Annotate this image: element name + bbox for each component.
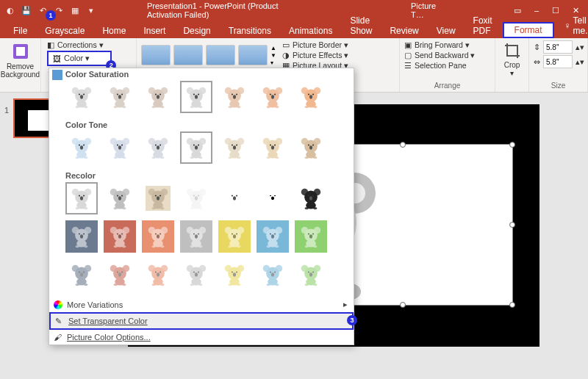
tab-foxit[interactable]: Foxit PDF [466, 13, 500, 38]
tone-swatch[interactable] [218, 131, 251, 164]
recolor-swatch[interactable] [104, 220, 136, 253]
tone-swatch[interactable] [65, 131, 98, 164]
tab-format[interactable]: Format [503, 22, 554, 38]
recolor-swatch[interactable] [295, 220, 327, 253]
recolor-swatch[interactable] [257, 182, 289, 214]
more-variations-item[interactable]: More Variations▸ [49, 297, 354, 312]
recolor-swatch[interactable] [218, 182, 251, 214]
contextual-title: Picture T… [411, 1, 441, 19]
saturation-swatch[interactable] [257, 81, 289, 113]
tab-animations[interactable]: Animations [282, 24, 340, 38]
recolor-swatch[interactable] [142, 220, 174, 253]
gallery-more-icon[interactable]: ▾ [270, 59, 276, 66]
recolor-swatch[interactable] [218, 220, 251, 253]
recolor-swatch[interactable] [257, 259, 289, 291]
tone-swatch[interactable] [295, 131, 327, 164]
qa-more-icon[interactable]: ▾ [85, 4, 97, 16]
tab-tellme[interactable]: ♀Tell me... [557, 13, 588, 38]
recolor-row-2 [49, 220, 354, 259]
svg-point-118 [236, 145, 237, 146]
section-recolor: Recolor [49, 170, 354, 182]
recolor-swatch[interactable] [180, 220, 212, 253]
tone-swatch[interactable] [104, 131, 136, 164]
style-thumb[interactable] [141, 45, 171, 65]
send-backward-button[interactable]: ▢Send Backward ▾ [404, 51, 475, 59]
recolor-swatch[interactable] [142, 182, 174, 214]
recolor-swatch[interactable] [65, 182, 98, 214]
svg-point-36 [155, 94, 157, 95]
svg-point-256 [267, 245, 270, 248]
recolor-swatch[interactable] [65, 259, 98, 291]
height-field[interactable]: ⇕▴▾ [534, 40, 584, 54]
tone-swatch[interactable] [180, 131, 212, 164]
svg-point-220 [114, 245, 118, 248]
tab-transitions[interactable]: Transitions [221, 24, 279, 38]
color-button[interactable]: 🖼 Color ▾ 2 [47, 51, 112, 66]
svg-point-153 [117, 195, 118, 197]
crop-button[interactable]: Crop ▾ [500, 40, 524, 79]
picture-styles-gallery[interactable]: ▲ ▼ ▾ [141, 45, 276, 66]
tab-insert[interactable]: Insert [136, 24, 173, 38]
recolor-swatch[interactable] [104, 259, 136, 291]
group-arrange-label: Arrange [434, 82, 461, 91]
tab-review[interactable]: Review [382, 24, 426, 38]
svg-point-311 [237, 284, 240, 286]
svg-point-208 [79, 234, 80, 235]
remove-background-button[interactable]: Remove Background [0, 40, 41, 80]
tab-design[interactable]: Design [176, 24, 218, 38]
set-transparent-color-item[interactable]: ✎ Set Transparent Color 3 [49, 312, 354, 330]
svg-point-227 [159, 234, 161, 235]
recolor-swatch[interactable] [142, 259, 174, 291]
saturation-swatch[interactable] [65, 81, 98, 113]
saturation-swatch[interactable] [295, 81, 327, 113]
recolor-swatch[interactable] [180, 259, 212, 291]
recolor-swatch[interactable] [257, 220, 289, 253]
step-1-badge: 1 [46, 10, 56, 21]
recolor-swatch[interactable] [295, 182, 327, 214]
recolor-swatch[interactable] [218, 259, 251, 291]
style-thumb[interactable] [173, 45, 203, 65]
tab-file[interactable]: File [6, 24, 35, 38]
recolor-swatch[interactable] [65, 220, 98, 253]
picture-effects-button[interactable]: ◑Picture Effects ▾ [282, 51, 348, 59]
svg-point-216 [118, 234, 121, 238]
saturation-swatch[interactable] [104, 81, 136, 113]
saturation-swatch[interactable] [180, 81, 212, 113]
style-thumb[interactable] [206, 45, 235, 65]
saturation-swatch[interactable] [142, 81, 174, 113]
tab-grayscale[interactable]: Grayscale [37, 24, 92, 38]
gallery-up-icon[interactable]: ▲ [270, 45, 276, 51]
saturation-swatch[interactable] [218, 81, 251, 113]
svg-point-136 [312, 145, 314, 146]
tone-swatch[interactable] [257, 131, 289, 164]
recolor-swatch[interactable] [180, 182, 212, 214]
svg-point-203 [313, 207, 317, 209]
style-thumb[interactable] [238, 45, 268, 65]
save-icon[interactable]: 💾 [21, 4, 32, 16]
svg-point-54 [232, 94, 233, 95]
recolor-swatch[interactable] [104, 182, 136, 214]
svg-point-26 [118, 95, 121, 98]
svg-point-143 [80, 196, 83, 200]
picture-border-button[interactable]: ▭Picture Border ▾ [282, 40, 348, 49]
account-icon[interactable]: ▭ [514, 6, 521, 15]
slide-number: 1 [4, 106, 9, 115]
svg-point-310 [229, 284, 232, 286]
recolor-swatch[interactable] [295, 259, 327, 291]
autosave-icon[interactable]: ◐ [4, 4, 16, 16]
minimize-icon[interactable]: – [534, 6, 539, 15]
width-field[interactable]: ⇔▴▾ [534, 55, 584, 68]
selection-pane-button[interactable]: ☰Selection Pane [404, 61, 475, 70]
corrections-button[interactable]: ◧Corrections ▾ [47, 40, 112, 49]
picture-color-options-item[interactable]: 🖌Picture Color Options... [49, 330, 354, 344]
tab-home[interactable]: Home [95, 24, 133, 38]
svg-point-191 [274, 195, 276, 197]
tone-swatch[interactable] [142, 131, 174, 164]
bring-forward-button[interactable]: ▣Bring Forward ▾ [404, 40, 475, 49]
gallery-down-icon[interactable]: ▼ [270, 52, 276, 59]
svg-point-247 [229, 245, 232, 248]
svg-point-109 [198, 145, 199, 146]
start-icon[interactable]: ▦ [69, 4, 81, 16]
svg-point-31 [122, 106, 126, 108]
tab-view[interactable]: View [429, 24, 463, 38]
